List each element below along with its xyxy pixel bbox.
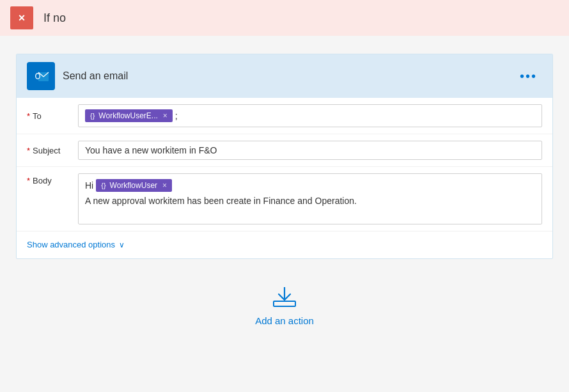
- email-card: Send an email ••• *To {} WorkflowUse: [16, 54, 553, 259]
- subject-row: *Subject: [17, 134, 552, 167]
- svg-rect-4: [274, 301, 295, 306]
- main-content: Send an email ••• *To {} WorkflowUse: [0, 36, 569, 339]
- advanced-options-label: Show advanced options: [27, 240, 115, 249]
- if-no-title: If no: [43, 12, 66, 25]
- email-card-header: Send an email •••: [17, 54, 552, 98]
- to-token-chip[interactable]: {} WorkflowUserE... ×: [85, 109, 173, 122]
- body-token-chip[interactable]: {} WorkflowUser ×: [96, 179, 172, 192]
- to-row: *To {} WorkflowUserE... × ;: [17, 98, 552, 134]
- more-options-button[interactable]: •••: [515, 67, 542, 86]
- add-action-container: Add an action: [255, 285, 314, 326]
- subject-label: *Subject: [27, 146, 78, 155]
- close-icon: ×: [19, 12, 26, 25]
- more-options-icon: •••: [520, 69, 537, 83]
- svg-point-3: [36, 74, 40, 79]
- outlook-svg: [32, 67, 50, 85]
- email-card-header-left: Send an email: [27, 62, 128, 90]
- if-no-bar: × If no: [0, 0, 569, 36]
- to-token-close[interactable]: ×: [163, 111, 168, 120]
- body-brace-icon: {}: [101, 182, 105, 189]
- subject-required-star: *: [27, 146, 30, 155]
- body-area[interactable]: Hi {} WorkflowUser × A new approval work…: [78, 173, 542, 224]
- add-action-label: Add an action: [255, 315, 314, 326]
- email-card-title: Send an email: [63, 70, 128, 82]
- close-button[interactable]: ×: [10, 6, 33, 29]
- body-first-line: Hi {} WorkflowUser ×: [85, 179, 535, 192]
- body-hi-text: Hi: [85, 180, 93, 191]
- email-form: *To {} WorkflowUserE... × ; *Subject: [17, 98, 552, 258]
- body-label: *Body: [27, 173, 78, 185]
- to-brace-icon: {}: [90, 112, 95, 120]
- chevron-down-icon: ∨: [119, 240, 125, 249]
- to-required-star: *: [27, 111, 30, 121]
- to-token-label: WorkflowUserE...: [98, 111, 157, 120]
- advanced-options-row: Show advanced options ∨: [17, 231, 552, 258]
- body-row: *Body Hi {} WorkflowUser × A new approva…: [17, 167, 552, 231]
- to-input-area[interactable]: {} WorkflowUserE... × ;: [78, 104, 542, 127]
- show-advanced-options-link[interactable]: Show advanced options ∨: [27, 240, 125, 249]
- add-action-icon: [271, 285, 298, 309]
- to-label: *To: [27, 111, 78, 121]
- subject-input[interactable]: [78, 141, 542, 160]
- body-token-label: WorkflowUser: [110, 181, 157, 190]
- page-container: × If no Send: [0, 0, 569, 392]
- body-second-line: A new approval workitem has been create …: [85, 196, 535, 206]
- body-token-close[interactable]: ×: [162, 181, 167, 190]
- add-action-button[interactable]: Add an action: [255, 285, 314, 326]
- to-semicolon: ;: [175, 111, 178, 121]
- outlook-icon: [27, 62, 55, 90]
- body-required-star: *: [27, 176, 30, 185]
